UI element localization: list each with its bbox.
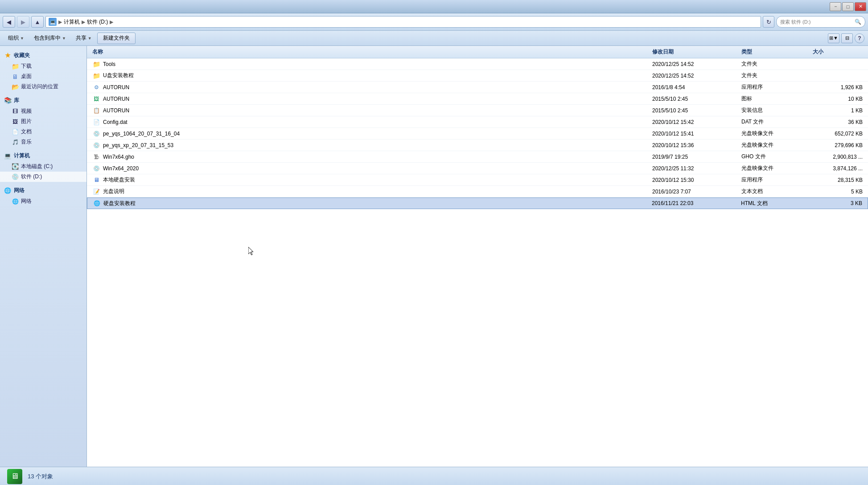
file-type: 光盘映像文件 <box>740 141 811 149</box>
file-type: 光盘映像文件 <box>740 130 811 137</box>
file-name-cell: 💿 pe_yqs_xp_20_07_31_15_53 <box>91 141 650 149</box>
file-list: 📁 Tools 2020/12/25 14:52 文件夹 📁 U盘安装教程 20… <box>87 58 868 209</box>
sidebar-item-video[interactable]: 🎞 视频 <box>0 106 86 116</box>
forward-button[interactable]: ▶ <box>17 16 29 28</box>
path-computer[interactable]: 计算机 <box>64 18 80 26</box>
drive-c-label: 本地磁盘 (C:) <box>21 163 53 170</box>
sidebar-item-desktop[interactable]: 🖥 桌面 <box>0 71 86 82</box>
documents-label: 文档 <box>21 128 32 136</box>
file-type: 安装信息 <box>740 107 811 114</box>
address-path[interactable]: 💻 ▶ 收藏夹 计算机 ▶ 软件 (D:) ▶ <box>45 16 761 28</box>
network-icon: 🌐 <box>4 186 12 194</box>
library-icon: 📚 <box>4 96 12 104</box>
file-modified: 2020/12/25 14:52 <box>650 61 740 67</box>
minimize-button[interactable]: － <box>830 2 841 11</box>
window-controls: － □ ✕ <box>830 2 866 11</box>
table-row[interactable]: 💿 pe_yqs_xp_20_07_31_15_53 2020/10/12 15… <box>87 140 868 151</box>
file-modified: 2016/10/23 7:07 <box>650 189 740 195</box>
file-modified: 2015/5/10 2:45 <box>650 107 740 114</box>
search-input[interactable] <box>780 19 853 25</box>
table-row[interactable]: 📝 光盘说明 2016/10/23 7:07 文本文档 5 KB <box>87 186 868 197</box>
table-row[interactable]: 🗜 Win7x64.gho 2019/9/7 19:25 GHO 文件 2,90… <box>87 151 868 163</box>
view-toggle[interactable]: ⊞▼ <box>828 33 839 43</box>
file-modified: 2015/5/10 2:45 <box>650 96 740 102</box>
organize-menu[interactable]: 组织 ▼ <box>4 33 29 44</box>
file-name: Win7x64_2020 <box>103 165 139 172</box>
table-row[interactable]: ⚙ AUTORUN 2016/1/8 4:54 应用程序 1,926 KB <box>87 82 868 93</box>
table-row[interactable]: 💿 pe_yqs_1064_20_07_31_16_04 2020/10/12 … <box>87 128 868 140</box>
col-size[interactable]: 大小 <box>811 48 864 56</box>
maximize-button[interactable]: □ <box>842 2 854 11</box>
up-button[interactable]: ▲ <box>31 16 44 28</box>
main-content: ★ 收藏夹 📁 下载 🖥 桌面 📂 最近访问的位置 📚 库 🎞 <box>0 46 868 467</box>
file-type: 图标 <box>740 95 811 103</box>
drive-d-icon: 💿 <box>12 173 19 181</box>
file-size: 2,900,813 ... <box>811 154 864 160</box>
search-box[interactable]: 🔍 <box>776 16 865 28</box>
computer-icon: 💻 <box>4 152 12 160</box>
file-size: 652,072 KB <box>811 131 864 137</box>
sidebar-item-network[interactable]: 🌐 网络 <box>0 196 86 206</box>
file-type: 文件夹 <box>740 72 811 79</box>
file-modified: 2020/12/25 11:32 <box>650 165 740 172</box>
column-header: 名称 修改日期 类型 大小 <box>87 46 868 58</box>
file-modified: 2020/10/12 15:36 <box>650 142 740 148</box>
refresh-button[interactable]: ↻ <box>763 16 774 28</box>
include-label: 包含到库中 <box>34 34 61 42</box>
file-modified: 2020/10/12 15:42 <box>650 119 740 125</box>
file-name-cell: 💿 Win7x64_2020 <box>91 164 650 173</box>
file-size: 3,874,126 ... <box>811 165 864 172</box>
file-name: 硬盘安装教程 <box>103 200 136 207</box>
share-menu[interactable]: 共享 ▼ <box>71 33 96 44</box>
table-row[interactable]: 💿 Win7x64_2020 2020/12/25 11:32 光盘映像文件 3… <box>87 163 868 174</box>
table-row[interactable]: 📁 U盘安装教程 2020/12/25 14:52 文件夹 <box>87 70 868 82</box>
include-menu[interactable]: 包含到库中 ▼ <box>29 33 70 44</box>
video-icon: 🎞 <box>12 108 19 115</box>
sidebar-item-recent[interactable]: 📂 最近访问的位置 <box>0 82 86 92</box>
path-drive[interactable]: 软件 (D:) <box>87 18 108 26</box>
file-type-icon: 📝 <box>92 188 100 196</box>
preview-button[interactable]: ⊟ <box>841 33 853 43</box>
file-type-icon: 📁 <box>92 72 100 80</box>
table-row[interactable]: 🖥 本地硬盘安装 2020/10/12 15:30 应用程序 28,315 KB <box>87 174 868 186</box>
title-bar: － □ ✕ <box>0 0 868 13</box>
table-row[interactable]: 🌐 硬盘安装教程 2016/11/21 22:03 HTML 文档 3 KB <box>87 197 868 209</box>
col-type[interactable]: 类型 <box>740 48 811 56</box>
close-button[interactable]: ✕ <box>855 2 866 11</box>
sidebar-item-downloads[interactable]: 📁 下载 <box>0 61 86 71</box>
sidebar-item-drive-d[interactable]: 💿 软件 (D:) <box>0 172 86 182</box>
status-bar: 🖥 13 个对象 <box>0 467 868 485</box>
pictures-icon: 🖼 <box>12 118 19 125</box>
file-name-cell: 🗜 Win7x64.gho <box>91 153 650 161</box>
sidebar-item-pictures[interactable]: 🖼 图片 <box>0 116 86 127</box>
network-section: 🌐 网络 🌐 网络 <box>0 185 86 206</box>
sidebar-item-documents[interactable]: 📄 文档 <box>0 127 86 137</box>
status-logo: 🖥 <box>7 469 22 484</box>
new-folder-button[interactable]: 新建文件夹 <box>97 33 136 44</box>
path-sep1: ▶ <box>58 19 62 25</box>
file-type: 应用程序 <box>740 176 811 184</box>
search-icon: 🔍 <box>855 19 861 25</box>
table-row[interactable]: 📁 Tools 2020/12/25 14:52 文件夹 <box>87 58 868 70</box>
sidebar-item-drive-c[interactable]: 💽 本地磁盘 (C:) <box>0 161 86 172</box>
col-name[interactable]: 名称 <box>91 48 650 56</box>
file-name: pe_yqs_1064_20_07_31_16_04 <box>103 131 180 137</box>
file-name-cell: ⚙ AUTORUN <box>91 83 650 91</box>
table-row[interactable]: 📄 Config.dat 2020/10/12 15:42 DAT 文件 36 … <box>87 116 868 128</box>
status-count: 13 个对象 <box>28 473 53 481</box>
network-header: 🌐 网络 <box>0 185 86 196</box>
col-modified[interactable]: 修改日期 <box>650 48 740 56</box>
file-name-cell: 🌐 硬盘安装教程 <box>91 199 650 207</box>
sidebar-item-music[interactable]: 🎵 音乐 <box>0 137 86 147</box>
file-name: 光盘说明 <box>103 188 124 195</box>
table-row[interactable]: 📋 AUTORUN 2015/5/10 2:45 安装信息 1 KB <box>87 105 868 116</box>
desktop-icon: 🖥 <box>12 73 19 80</box>
back-button[interactable]: ◀ <box>3 16 15 28</box>
table-row[interactable]: 🖼 AUTORUN 2015/5/10 2:45 图标 10 KB <box>87 93 868 105</box>
file-type-icon: 🖥 <box>92 176 100 184</box>
file-size: 28,315 KB <box>811 177 864 183</box>
sidebar: ★ 收藏夹 📁 下载 🖥 桌面 📂 最近访问的位置 📚 库 🎞 <box>0 46 87 467</box>
file-type-icon: 📋 <box>92 107 100 115</box>
view-options: ⊞▼ ⊟ ? <box>828 33 864 43</box>
help-button[interactable]: ? <box>855 33 864 43</box>
